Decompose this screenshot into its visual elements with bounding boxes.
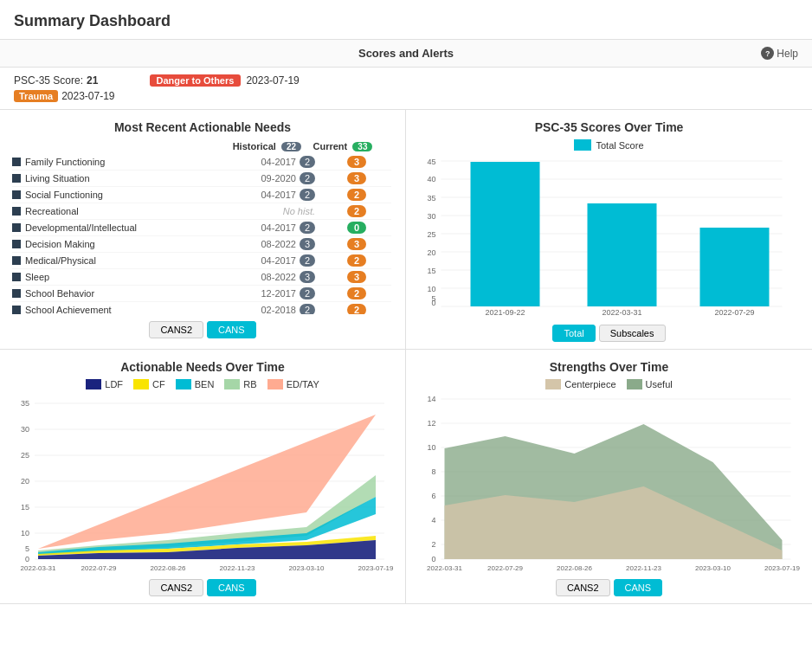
hist-score: 3 <box>300 238 315 250</box>
legend-item: LDF <box>86 379 123 389</box>
svg-text:2: 2 <box>431 540 435 549</box>
svg-text:12: 12 <box>427 419 435 428</box>
needs-row: School Behavior12-201722 <box>12 286 391 302</box>
hist-date: 09-2020 <box>261 173 296 183</box>
needs-list[interactable]: Family Functioning04-201723Living Situat… <box>12 154 393 314</box>
psc35-panel: PSC-35 Scores Over Time Total Score 45 4… <box>406 110 812 350</box>
hist-date: 04-2017 <box>261 255 296 266</box>
strengths-tab-cans[interactable]: CANS <box>614 579 663 596</box>
psc-label: PSC-35 Score: <box>14 74 83 87</box>
actionable-needs-title: Most Recent Actionable Needs <box>12 120 393 134</box>
needs-tab-cans[interactable]: CANS <box>207 321 256 338</box>
legend-color <box>176 379 191 389</box>
item-label: Recreational <box>25 206 79 216</box>
psc35-tab-total[interactable]: Total <box>552 325 595 342</box>
item-color-dot <box>12 223 21 232</box>
svg-text:40: 40 <box>427 175 435 183</box>
item-label: Living Situation <box>25 173 90 183</box>
hist-score: 2 <box>300 304 315 314</box>
svg-text:2022-07-29: 2022-07-29 <box>81 564 117 572</box>
svg-text:25: 25 <box>427 230 435 239</box>
needs-row: Family Functioning04-201723 <box>12 154 391 171</box>
needs-time-legend: LDFCFBENRBED/TAY <box>12 379 393 389</box>
svg-text:2023-07-19: 2023-07-19 <box>358 564 393 572</box>
svg-text:8: 8 <box>431 467 435 476</box>
help-button[interactable]: ? Help <box>761 47 798 60</box>
psc35-tab-row: Total Subscales <box>418 325 800 342</box>
svg-text:2022-03-31: 2022-03-31 <box>21 564 56 572</box>
hist-date: 12-2017 <box>261 288 296 299</box>
hist-date: 08-2022 <box>261 239 296 249</box>
hist-date: 04-2017 <box>261 190 296 200</box>
strengths-legend: CenterpieceUseful <box>418 379 800 389</box>
needs-time-tab-cans2[interactable]: CANS2 <box>149 579 203 596</box>
svg-text:0: 0 <box>431 299 435 307</box>
svg-text:2022-07-29: 2022-07-29 <box>487 564 523 572</box>
strengths-tab-cans2[interactable]: CANS2 <box>556 579 610 596</box>
curr-count-badge: 33 <box>352 142 372 151</box>
psc35-legend-color <box>574 139 591 151</box>
legend-label: BEN <box>195 379 215 389</box>
psc35-chart: 45 40 35 30 25 20 15 10 5 0 <box>418 156 800 323</box>
scores-alerts-bar: Scores and Alerts ? Help <box>0 40 812 68</box>
legend-item: BEN <box>176 379 215 389</box>
svg-text:2023-03-10: 2023-03-10 <box>289 564 325 572</box>
needs-time-tab-cans[interactable]: CANS <box>207 579 256 596</box>
svg-text:2022-03-31: 2022-03-31 <box>427 564 462 572</box>
svg-text:30: 30 <box>427 212 435 221</box>
hist-date: 04-2017 <box>261 157 296 167</box>
legend-item: ED/TAY <box>267 379 319 389</box>
legend-label: LDF <box>105 379 123 389</box>
legend-item: CF <box>133 379 165 389</box>
svg-text:20: 20 <box>427 248 435 257</box>
item-label: School Achievement <box>25 305 112 314</box>
needs-header: Historical 22 Current 33 <box>12 141 393 151</box>
legend-item: Centerpiece <box>545 379 615 389</box>
no-hist: No hist. <box>283 206 315 216</box>
svg-text:0: 0 <box>431 555 435 563</box>
item-color-dot <box>12 306 21 314</box>
legend-color <box>627 379 642 389</box>
item-label: Decision Making <box>25 239 95 249</box>
legend-label: CF <box>152 379 165 389</box>
curr-score: 2 <box>347 189 366 201</box>
hist-count-badge: 22 <box>281 142 301 151</box>
svg-text:35: 35 <box>21 399 29 408</box>
item-label: Social Functioning <box>25 190 103 200</box>
psc35-tab-subscales[interactable]: Subscales <box>599 325 666 342</box>
legend-item: RB <box>224 379 256 389</box>
help-label: Help <box>777 48 798 60</box>
svg-text:45: 45 <box>427 158 435 166</box>
hist-score: 2 <box>300 222 315 234</box>
hist-score: 2 <box>300 254 315 267</box>
svg-text:2022-08-26: 2022-08-26 <box>151 564 186 572</box>
svg-text:5: 5 <box>25 544 29 553</box>
trauma-badge: Trauma <box>14 90 58 102</box>
psc-value: 21 <box>87 74 98 87</box>
legend-label: RB <box>243 379 256 389</box>
svg-text:2022-11-23: 2022-11-23 <box>220 564 255 572</box>
needs-time-chart: 35 30 25 20 15 10 5 0 <box>12 393 393 577</box>
legend-item: Useful <box>627 379 673 389</box>
help-circle-icon: ? <box>761 47 774 60</box>
svg-text:2022-03-31: 2022-03-31 <box>602 308 641 317</box>
item-label: Family Functioning <box>25 157 105 167</box>
item-color-dot <box>12 207 21 216</box>
strengths-time-title: Strengths Over Time <box>418 360 800 374</box>
psc-bar-1 <box>471 162 540 306</box>
svg-text:2022-11-23: 2022-11-23 <box>626 564 661 572</box>
item-color-dot <box>12 289 21 298</box>
svg-text:10: 10 <box>427 443 435 452</box>
svg-text:14: 14 <box>427 395 435 403</box>
hist-label: Historical <box>233 141 276 151</box>
hist-score: 2 <box>300 156 315 168</box>
svg-text:30: 30 <box>21 425 29 434</box>
svg-text:25: 25 <box>21 451 29 460</box>
svg-text:4: 4 <box>431 516 435 525</box>
actionable-needs-time-title: Actionable Needs Over Time <box>12 360 393 374</box>
curr-score: 2 <box>347 287 366 299</box>
needs-tab-cans2[interactable]: CANS2 <box>149 321 203 338</box>
item-color-dot <box>12 190 21 199</box>
item-color-dot <box>12 158 21 166</box>
svg-text:10: 10 <box>427 285 435 293</box>
